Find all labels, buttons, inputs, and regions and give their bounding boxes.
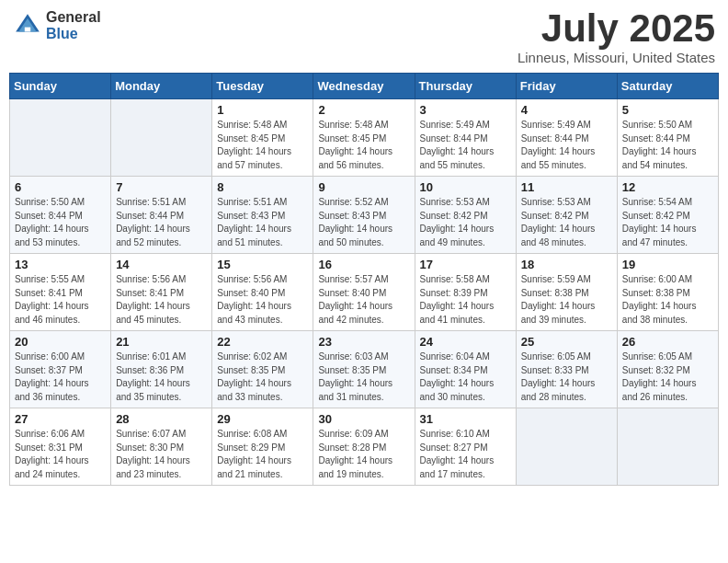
title-block: July 2025 Linneus, Missouri, United Stat… xyxy=(518,9,715,65)
logo-text: General Blue xyxy=(46,9,101,41)
day-number: 3 xyxy=(420,103,511,117)
calendar-cell xyxy=(10,99,111,177)
day-number: 25 xyxy=(521,335,612,349)
calendar-week-row: 27 Sunrise: 6:06 AMSunset: 8:31 PMDaylig… xyxy=(10,408,719,486)
calendar-week-row: 13 Sunrise: 5:55 AMSunset: 8:41 PMDaylig… xyxy=(10,254,719,331)
day-detail: Sunrise: 5:59 AMSunset: 8:38 PMDaylight:… xyxy=(521,273,612,327)
day-number: 13 xyxy=(15,258,106,271)
day-number: 24 xyxy=(420,335,511,349)
day-detail: Sunrise: 6:07 AMSunset: 8:30 PMDaylight:… xyxy=(116,428,207,481)
logo-general-label: General xyxy=(46,9,101,26)
logo-blue-label: Blue xyxy=(46,26,101,42)
day-number: 15 xyxy=(217,258,308,271)
month-title: July 2025 xyxy=(518,9,715,48)
calendar-cell: 6 Sunrise: 5:50 AMSunset: 8:44 PMDayligh… xyxy=(10,177,111,254)
calendar-cell: 20 Sunrise: 6:00 AMSunset: 8:37 PMDaylig… xyxy=(10,331,111,408)
weekday-header: Wednesday xyxy=(313,74,415,99)
day-number: 17 xyxy=(420,258,511,271)
day-number: 19 xyxy=(622,258,713,271)
calendar-cell: 18 Sunrise: 5:59 AMSunset: 8:38 PMDaylig… xyxy=(516,254,617,331)
day-number: 5 xyxy=(622,103,713,117)
calendar-cell: 29 Sunrise: 6:08 AMSunset: 8:29 PMDaylig… xyxy=(212,408,313,486)
calendar-table: SundayMondayTuesdayWednesdayThursdayFrid… xyxy=(9,73,719,486)
day-detail: Sunrise: 5:52 AMSunset: 8:43 PMDaylight:… xyxy=(318,196,409,249)
calendar-cell: 17 Sunrise: 5:58 AMSunset: 8:39 PMDaylig… xyxy=(415,254,516,331)
day-detail: Sunrise: 5:50 AMSunset: 8:44 PMDaylight:… xyxy=(622,119,713,172)
calendar-cell: 27 Sunrise: 6:06 AMSunset: 8:31 PMDaylig… xyxy=(10,408,111,486)
day-number: 22 xyxy=(217,335,308,349)
calendar-week-row: 1 Sunrise: 5:48 AMSunset: 8:45 PMDayligh… xyxy=(10,99,719,177)
calendar-cell xyxy=(111,99,212,177)
calendar-cell: 15 Sunrise: 5:56 AMSunset: 8:40 PMDaylig… xyxy=(212,254,313,331)
location-label: Linneus, Missouri, United States xyxy=(518,50,715,65)
calendar-cell: 21 Sunrise: 6:01 AMSunset: 8:36 PMDaylig… xyxy=(111,331,212,408)
day-detail: Sunrise: 5:48 AMSunset: 8:45 PMDaylight:… xyxy=(318,119,409,172)
day-number: 11 xyxy=(521,180,612,194)
day-detail: Sunrise: 5:50 AMSunset: 8:44 PMDaylight:… xyxy=(15,196,106,249)
weekday-header: Tuesday xyxy=(212,74,313,99)
day-number: 31 xyxy=(420,412,511,426)
day-detail: Sunrise: 5:51 AMSunset: 8:44 PMDaylight:… xyxy=(116,196,207,249)
day-detail: Sunrise: 5:51 AMSunset: 8:43 PMDaylight:… xyxy=(217,196,308,249)
calendar-cell xyxy=(617,408,718,486)
day-detail: Sunrise: 6:00 AMSunset: 8:37 PMDaylight:… xyxy=(15,350,106,404)
calendar-cell: 23 Sunrise: 6:03 AMSunset: 8:35 PMDaylig… xyxy=(313,331,415,408)
day-number: 28 xyxy=(116,412,207,426)
calendar-cell: 19 Sunrise: 6:00 AMSunset: 8:38 PMDaylig… xyxy=(617,254,718,331)
day-number: 2 xyxy=(318,103,409,117)
day-detail: Sunrise: 6:01 AMSunset: 8:36 PMDaylight:… xyxy=(116,350,207,404)
day-detail: Sunrise: 5:54 AMSunset: 8:42 PMDaylight:… xyxy=(622,196,713,249)
logo: General Blue xyxy=(13,9,101,41)
day-number: 4 xyxy=(521,103,612,117)
day-detail: Sunrise: 5:58 AMSunset: 8:39 PMDaylight:… xyxy=(420,273,511,327)
day-number: 6 xyxy=(15,180,106,194)
day-detail: Sunrise: 6:00 AMSunset: 8:38 PMDaylight:… xyxy=(622,273,713,327)
weekday-header: Monday xyxy=(111,74,212,99)
calendar-cell: 4 Sunrise: 5:49 AMSunset: 8:44 PMDayligh… xyxy=(516,99,617,177)
day-detail: Sunrise: 6:03 AMSunset: 8:35 PMDaylight:… xyxy=(318,350,409,404)
day-detail: Sunrise: 5:48 AMSunset: 8:45 PMDaylight:… xyxy=(217,119,308,172)
day-detail: Sunrise: 5:53 AMSunset: 8:42 PMDaylight:… xyxy=(420,196,511,249)
day-detail: Sunrise: 5:49 AMSunset: 8:44 PMDaylight:… xyxy=(521,119,612,172)
day-detail: Sunrise: 5:55 AMSunset: 8:41 PMDaylight:… xyxy=(15,273,106,327)
day-detail: Sunrise: 6:08 AMSunset: 8:29 PMDaylight:… xyxy=(217,428,308,481)
day-detail: Sunrise: 6:02 AMSunset: 8:35 PMDaylight:… xyxy=(217,350,308,404)
weekday-header: Saturday xyxy=(617,74,718,99)
day-detail: Sunrise: 5:56 AMSunset: 8:41 PMDaylight:… xyxy=(116,273,207,327)
calendar-cell: 31 Sunrise: 6:10 AMSunset: 8:27 PMDaylig… xyxy=(415,408,516,486)
calendar-cell: 13 Sunrise: 5:55 AMSunset: 8:41 PMDaylig… xyxy=(10,254,111,331)
day-number: 20 xyxy=(15,335,106,349)
day-number: 7 xyxy=(116,180,207,194)
day-detail: Sunrise: 5:56 AMSunset: 8:40 PMDaylight:… xyxy=(217,273,308,327)
weekday-header: Friday xyxy=(516,74,617,99)
calendar-cell: 22 Sunrise: 6:02 AMSunset: 8:35 PMDaylig… xyxy=(212,331,313,408)
logo-icon xyxy=(13,11,42,40)
day-number: 1 xyxy=(217,103,308,117)
page-header: General Blue July 2025 Linneus, Missouri… xyxy=(9,9,719,65)
day-number: 10 xyxy=(420,180,511,194)
day-number: 9 xyxy=(318,180,409,194)
day-number: 30 xyxy=(318,412,409,426)
day-number: 16 xyxy=(318,258,409,271)
calendar-cell: 14 Sunrise: 5:56 AMSunset: 8:41 PMDaylig… xyxy=(111,254,212,331)
day-number: 23 xyxy=(318,335,409,349)
calendar-cell: 24 Sunrise: 6:04 AMSunset: 8:34 PMDaylig… xyxy=(415,331,516,408)
calendar-cell: 28 Sunrise: 6:07 AMSunset: 8:30 PMDaylig… xyxy=(111,408,212,486)
calendar-cell: 16 Sunrise: 5:57 AMSunset: 8:40 PMDaylig… xyxy=(313,254,415,331)
day-detail: Sunrise: 5:53 AMSunset: 8:42 PMDaylight:… xyxy=(521,196,612,249)
calendar-cell: 5 Sunrise: 5:50 AMSunset: 8:44 PMDayligh… xyxy=(617,99,718,177)
calendar-cell: 9 Sunrise: 5:52 AMSunset: 8:43 PMDayligh… xyxy=(313,177,415,254)
day-detail: Sunrise: 6:05 AMSunset: 8:32 PMDaylight:… xyxy=(622,350,713,404)
day-number: 18 xyxy=(521,258,612,271)
calendar-cell: 10 Sunrise: 5:53 AMSunset: 8:42 PMDaylig… xyxy=(415,177,516,254)
day-detail: Sunrise: 6:06 AMSunset: 8:31 PMDaylight:… xyxy=(15,428,106,481)
calendar-week-row: 6 Sunrise: 5:50 AMSunset: 8:44 PMDayligh… xyxy=(10,177,719,254)
calendar-cell: 7 Sunrise: 5:51 AMSunset: 8:44 PMDayligh… xyxy=(111,177,212,254)
weekday-header: Thursday xyxy=(415,74,516,99)
calendar-cell: 12 Sunrise: 5:54 AMSunset: 8:42 PMDaylig… xyxy=(617,177,718,254)
day-number: 27 xyxy=(15,412,106,426)
day-number: 21 xyxy=(116,335,207,349)
day-number: 14 xyxy=(116,258,207,271)
calendar-cell: 1 Sunrise: 5:48 AMSunset: 8:45 PMDayligh… xyxy=(212,99,313,177)
day-detail: Sunrise: 5:57 AMSunset: 8:40 PMDaylight:… xyxy=(318,273,409,327)
